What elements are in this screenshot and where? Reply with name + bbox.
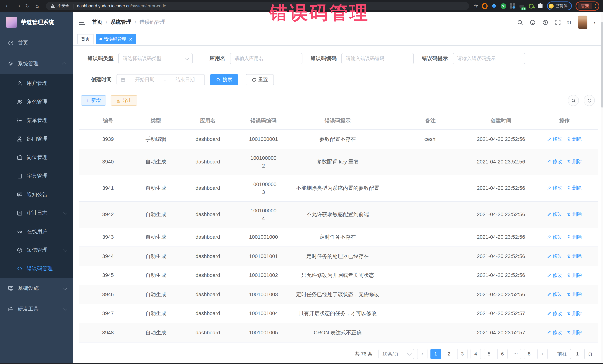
delete-link[interactable]: 删除 [567,328,582,336]
extension-icon-puzzle[interactable] [537,3,543,9]
edit-link[interactable]: 修改 [547,252,562,260]
edit-link[interactable]: 修改 [547,210,562,218]
tab-home[interactable]: 首页 [77,34,93,44]
delete-link[interactable]: 删除 [567,184,582,192]
show-search-button[interactable] [568,95,579,106]
page-button-2[interactable]: 2 [444,349,454,359]
chevron-down-icon [63,248,67,252]
extension-icon-gem[interactable] [491,3,497,9]
page-button-8[interactable]: 8 [524,349,534,359]
table-row: 3940自动生成dashboard100100000 2参数配置 key 重复2… [79,149,598,175]
sidebar-item-menu-list[interactable]: 菜单管理 [0,111,73,130]
sidebar-item-online-users[interactable]: 在线用户 [0,222,73,241]
error-type-select[interactable]: 请选择错误码类型 [118,53,193,64]
sidebar-item-gear[interactable]: 系统管理 [0,53,73,74]
profile-paused-badge[interactable]: 已暂停 [547,1,572,10]
extension-icon-list[interactable]: on [519,3,524,9]
edit-link[interactable]: 修改 [547,271,562,279]
sidebar-item-post-badge[interactable]: 岗位管理 [0,148,73,167]
sidebar-item-org-tree[interactable]: 部门管理 [0,130,73,148]
close-icon[interactable]: × [129,36,132,42]
search-button[interactable]: 搜索 [210,74,238,85]
hamburger-icon[interactable] [79,20,85,25]
sidebar-item-roles[interactable]: 角色管理 [0,93,73,111]
delete-link[interactable]: 删除 [567,233,582,241]
sidebar-item-home[interactable]: 首页 [0,33,73,53]
sidebar-item-audit-log[interactable]: 审计日志 [0,204,73,222]
breadcrumb-home[interactable]: 首页 [92,19,103,26]
page-size-select[interactable]: 10条/页 [379,349,414,359]
reload-icon[interactable]: ↻ [23,1,32,10]
goto-page-input[interactable]: 1 [570,349,585,359]
export-button[interactable]: 导出 [111,95,137,106]
trash-icon [567,235,571,239]
sidebar-item-infrastructure[interactable]: 基础设施 [0,278,73,299]
main-panel: 首页 / 系统管理 / 错误码管理 tT [73,12,603,364]
cell-id: 3940 [79,149,137,175]
help-icon[interactable] [542,19,548,25]
extension-icon-grid[interactable] [510,3,515,9]
font-size-icon[interactable]: tT [567,20,572,25]
sidebar-item-error-code[interactable]: 错误码管理 [0,259,73,278]
user-avatar[interactable] [578,16,587,29]
page-button-3[interactable]: 3 [457,349,468,359]
home-icon[interactable]: ⌂ [33,1,42,10]
extension-icon-green-v[interactable]: V [500,3,506,9]
page-button-6[interactable]: 6 [497,349,508,359]
breadcrumb-system[interactable]: 系统管理 [111,19,131,26]
date-range-picker[interactable]: 开始日期 - 结束日期 [116,74,205,85]
cell-hint: 定时任务的处理器已经存在 [286,247,390,266]
next-page-button[interactable]: › [537,349,548,359]
fullscreen-icon[interactable] [555,19,561,25]
reset-button[interactable]: 重置 [246,74,274,85]
page-button-1[interactable]: 1 [430,349,441,359]
sidebar-item-devtools[interactable]: 研发工具 [0,299,73,320]
delete-link[interactable]: 删除 [567,210,582,218]
cell-operations: 修改删除 [531,285,598,304]
sidebar-item-user[interactable]: 用户管理 [0,74,73,93]
delete-link[interactable]: 删除 [567,271,582,279]
delete-link[interactable]: 删除 [567,252,582,260]
edit-link[interactable]: 修改 [547,328,562,336]
app-logo[interactable]: 芋道管理系统 [0,12,73,33]
delete-link[interactable]: 删除 [567,135,582,143]
chevron-down-icon[interactable]: ▾ [594,20,596,24]
extension-icon-key[interactable] [528,3,534,9]
error-code-input[interactable]: 请输入错误码编码 [341,53,414,64]
back-icon[interactable]: ← [4,1,13,10]
prev-page-button[interactable]: ‹ [417,349,428,359]
page-ellipsis[interactable]: ••• [510,349,521,359]
page-scrollbar[interactable] [601,12,603,364]
app-name-input[interactable]: 请输入应用名 [230,53,302,64]
cell-app: dashboard [174,285,241,304]
edit-link[interactable]: 修改 [547,158,562,165]
sidebar-item-dictionary[interactable]: 字典管理 [0,167,73,185]
sidebar-item-announcement[interactable]: 通知公告 [0,185,73,204]
table-row: 3948自动生成dashboard1001001005CRON 表达式不正确20… [79,323,598,342]
search-icon[interactable] [517,19,523,25]
add-button[interactable]: + 新增 [81,95,106,106]
cell-code: 1001001005 [241,323,286,342]
address-bar[interactable]: 不安全 dashboard.yudao.iocoder.cn/system/er… [46,2,469,10]
edit-link[interactable]: 修改 [547,309,562,317]
browser-menu-icon[interactable] [594,4,597,8]
delete-link[interactable]: 删除 [567,290,582,298]
refresh-button[interactable] [584,95,595,106]
edit-link[interactable]: 修改 [547,135,562,143]
page-button-4[interactable]: 4 [471,349,481,359]
forward-icon[interactable]: → [13,1,22,10]
delete-link[interactable]: 删除 [567,158,582,165]
bookmark-star-icon[interactable]: ☆ [474,3,478,9]
edit-link[interactable]: 修改 [547,233,562,241]
delete-link[interactable]: 删除 [567,309,582,317]
error-hint-input[interactable]: 请输入错误码提示 [453,53,525,64]
sidebar-item-sms[interactable]: 短信管理 [0,241,73,259]
update-button[interactable]: 更新 [578,3,592,9]
scrollbar-thumb[interactable] [601,22,603,108]
edit-link[interactable]: 修改 [547,184,562,192]
page-button-5[interactable]: 5 [484,349,494,359]
github-icon[interactable] [529,19,536,25]
extension-icon-orange-ring[interactable] [482,3,487,9]
tab-error-code[interactable]: 错误码管理 × [96,34,136,44]
edit-link[interactable]: 修改 [547,290,562,298]
